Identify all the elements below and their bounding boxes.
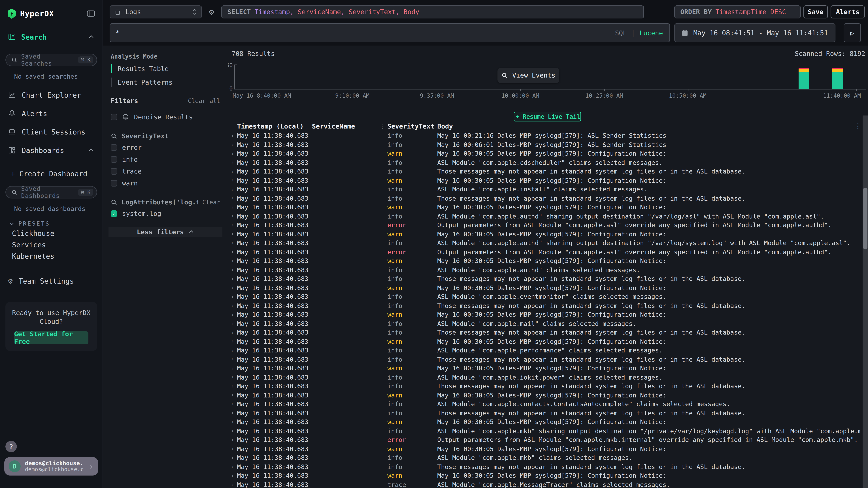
- table-row[interactable]: ›May 16 11:38:40.683 AMinfoASL Module "c…: [228, 212, 860, 221]
- table-row[interactable]: ›May 16 11:38:40.683 AMwarnMay 16 00:30:…: [228, 310, 860, 319]
- row-expand-icon[interactable]: ›: [228, 311, 237, 318]
- checkbox[interactable]: [111, 144, 117, 151]
- user-menu[interactable]: D demos@clickhouse.com demos@clickhouse.…: [4, 457, 98, 476]
- run-query-button[interactable]: ▷: [844, 23, 861, 42]
- row-expand-icon[interactable]: ›: [228, 472, 237, 479]
- preset-item-kubernetes[interactable]: Kubernetes: [0, 251, 102, 262]
- sidebar-item-search[interactable]: Search: [0, 27, 102, 47]
- table-row[interactable]: ›May 16 11:38:40.683 AMwarnMay 16 00:30:…: [228, 471, 860, 480]
- row-expand-icon[interactable]: ›: [228, 427, 237, 434]
- row-expand-icon[interactable]: ›: [228, 257, 237, 264]
- row-expand-icon[interactable]: ›: [228, 347, 237, 354]
- view-events-button[interactable]: View Events: [497, 68, 559, 83]
- clear-all-link[interactable]: Clear all: [188, 98, 220, 105]
- row-expand-icon[interactable]: ›: [228, 481, 237, 488]
- alerts-button[interactable]: Alerts: [831, 5, 865, 19]
- row-expand-icon[interactable]: ›: [228, 213, 237, 220]
- table-row[interactable]: ›May 16 11:38:40.683 AMinfoThose message…: [228, 382, 860, 391]
- sidebar-item-chart-explorer[interactable]: Chart Explorer: [0, 86, 102, 104]
- row-expand-icon[interactable]: ›: [228, 284, 237, 291]
- row-expand-icon[interactable]: ›: [228, 463, 237, 470]
- sidebar-item-team-settings[interactable]: ⚙ Team Settings: [0, 272, 102, 290]
- row-expand-icon[interactable]: ›: [228, 239, 237, 247]
- checkbox[interactable]: [111, 114, 117, 120]
- table-row[interactable]: ›May 16 11:38:40.683 AMinfoThose message…: [228, 328, 860, 337]
- table-row[interactable]: ›May 16 11:38:40.683 AMerrorOutput param…: [228, 435, 860, 445]
- table-row[interactable]: ›May 16 11:38:40.683 AMwarnMay 16 00:30:…: [228, 283, 860, 292]
- lucene-mode-option[interactable]: Lucene: [640, 29, 663, 37]
- table-row[interactable]: ›May 16 11:38:40.683 AMinfoThose message…: [228, 301, 860, 310]
- preset-item-services[interactable]: Services: [0, 239, 102, 251]
- preset-item-clickhouse[interactable]: Clickhouse: [0, 228, 102, 239]
- chevron-up-icon[interactable]: [88, 34, 94, 40]
- column-grip-icon[interactable]: ⋮: [380, 124, 385, 129]
- checkbox[interactable]: [111, 168, 117, 174]
- row-expand-icon[interactable]: ›: [228, 195, 237, 202]
- table-options-kebab-icon[interactable]: ⋮: [855, 122, 862, 130]
- table-row[interactable]: ›May 16 11:38:40.683 AMinfoASL Module "c…: [228, 238, 860, 248]
- row-expand-icon[interactable]: ›: [228, 374, 237, 381]
- checkbox[interactable]: [111, 156, 117, 162]
- resume-live-tail-button[interactable]: Resume Live Tail: [514, 112, 581, 122]
- table-row[interactable]: ›May 16 11:38:40.683 AMwarnMay 16 00:30:…: [228, 257, 860, 265]
- table-row[interactable]: ›May 16 11:38:40.683 AMinfoASL Module "c…: [228, 427, 860, 435]
- filter-option-system.log[interactable]: ✓system.log: [111, 209, 220, 218]
- less-filters-button[interactable]: Less filters: [108, 227, 222, 237]
- table-row[interactable]: ›May 16 11:38:40.683 AMwarnMay 16 00:30:…: [228, 337, 860, 346]
- table-row[interactable]: ›May 16 11:38:40.683 AMinfoMay 16 00:21:…: [228, 131, 860, 140]
- column-grip-icon[interactable]: ⋮: [304, 124, 310, 129]
- chevron-up-icon[interactable]: [88, 147, 94, 154]
- chart-bar[interactable]: [799, 68, 810, 89]
- col-timestamp[interactable]: Timestamp (Local): [237, 123, 304, 130]
- filter-option-warn[interactable]: warn: [111, 178, 220, 188]
- row-expand-icon[interactable]: ›: [228, 436, 237, 443]
- row-expand-icon[interactable]: ›: [228, 222, 237, 229]
- table-row[interactable]: ›May 16 11:38:40.683 AMinfoMay 16 00:06:…: [228, 140, 860, 149]
- table-row[interactable]: ›May 16 11:38:40.683 AMinfoThose message…: [228, 194, 860, 203]
- checkbox[interactable]: [111, 180, 117, 186]
- row-expand-icon[interactable]: ›: [228, 329, 237, 336]
- clear-filter-link[interactable]: Clear: [203, 199, 220, 206]
- row-expand-icon[interactable]: ›: [228, 132, 237, 139]
- search-icon[interactable]: [111, 199, 117, 205]
- row-expand-icon[interactable]: ›: [228, 266, 237, 273]
- denoise-results-checkbox[interactable]: Denoise Results: [111, 112, 220, 122]
- table-row[interactable]: ›May 16 11:38:40.683 AMwarnMay 16 00:30:…: [228, 230, 860, 239]
- brand-logo[interactable]: HyperDX: [8, 8, 54, 19]
- row-expand-icon[interactable]: ›: [228, 204, 237, 211]
- row-expand-icon[interactable]: ›: [228, 454, 237, 461]
- vertical-scrollbar[interactable]: [863, 116, 868, 488]
- table-row[interactable]: ›May 16 11:38:40.683 AMinfoThose message…: [228, 462, 860, 471]
- analysis-mode-results-table[interactable]: Results Table: [111, 63, 220, 74]
- row-expand-icon[interactable]: ›: [228, 231, 237, 238]
- table-row[interactable]: ›May 16 11:38:40.683 AMerrorOutput param…: [228, 248, 860, 257]
- get-started-button[interactable]: Get Started for Free: [14, 331, 88, 344]
- collapse-sidebar-icon[interactable]: [87, 10, 95, 17]
- select-clause-input[interactable]: SELECT Timestamp, ServiceName, SeverityT…: [221, 5, 644, 19]
- checkbox[interactable]: ✓: [111, 210, 117, 217]
- table-row[interactable]: ›May 16 11:38:40.683 AMtraceASL Module "…: [228, 480, 860, 488]
- row-expand-icon[interactable]: ›: [228, 249, 237, 256]
- row-expand-icon[interactable]: ›: [228, 150, 237, 157]
- table-row[interactable]: ›May 16 11:38:40.683 AMinfoThose message…: [228, 274, 860, 283]
- row-expand-icon[interactable]: ›: [228, 177, 237, 184]
- table-row[interactable]: ›May 16 11:38:40.683 AMwarnMay 16 00:30:…: [228, 149, 860, 158]
- table-row[interactable]: ›May 16 11:38:40.683 AMinfoASL Module "c…: [228, 292, 860, 301]
- row-expand-icon[interactable]: ›: [228, 365, 237, 372]
- row-expand-icon[interactable]: ›: [228, 383, 237, 390]
- col-body[interactable]: Body: [437, 123, 453, 130]
- table-row[interactable]: ›May 16 11:38:40.683 AMinfoASL Module "c…: [228, 185, 860, 194]
- scrollbar-thumb[interactable]: [863, 188, 867, 250]
- table-row[interactable]: ›May 16 11:38:40.683 AMwarnMay 16 00:30:…: [228, 364, 860, 373]
- create-dashboard-button[interactable]: + Create Dashboard: [0, 164, 102, 183]
- sql-mode-option[interactable]: SQL: [615, 29, 627, 37]
- filter-option-error[interactable]: error: [111, 142, 220, 152]
- source-settings-gear-icon[interactable]: ⚙: [207, 5, 216, 19]
- table-row[interactable]: ›May 16 11:38:40.683 AMinfoThose message…: [228, 167, 860, 176]
- help-button[interactable]: ?: [5, 441, 17, 452]
- col-servicename[interactable]: ServiceName: [312, 123, 355, 130]
- table-row[interactable]: ›May 16 11:38:40.683 AMinfoASL Module "c…: [228, 373, 860, 382]
- row-expand-icon[interactable]: ›: [228, 302, 237, 309]
- table-row[interactable]: ›May 16 11:38:40.683 AMinfoThose message…: [228, 409, 860, 418]
- table-row[interactable]: ›May 16 11:38:40.683 AMinfoASL Module "c…: [228, 400, 860, 409]
